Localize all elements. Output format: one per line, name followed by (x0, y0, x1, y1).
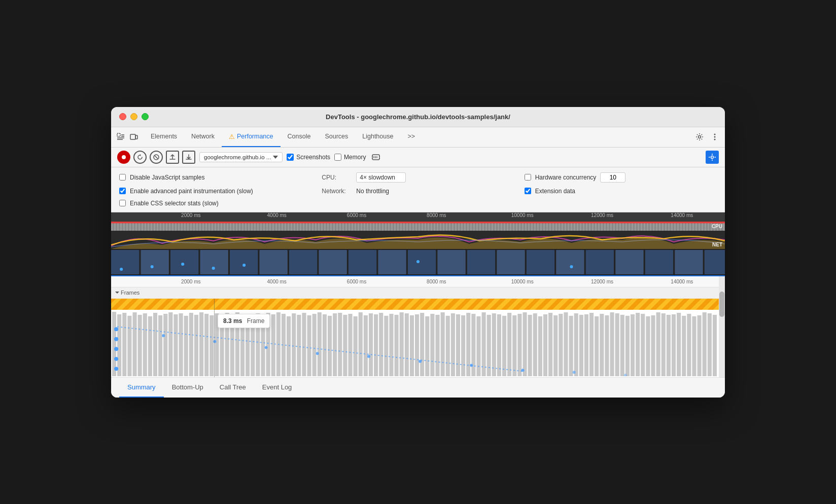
tab-summary[interactable]: Summary (119, 378, 164, 398)
svg-rect-35 (467, 250, 495, 274)
svg-rect-26 (200, 250, 228, 274)
frames-header: Frames (111, 287, 725, 299)
more-options-icon[interactable] (709, 131, 721, 143)
svg-rect-32 (378, 250, 406, 274)
svg-point-8 (714, 134, 716, 135)
tab-sources[interactable]: Sources (318, 127, 355, 147)
settings-gear-icon[interactable] (693, 131, 706, 143)
svg-rect-168 (713, 314, 717, 376)
paint-checkbox[interactable] (119, 188, 126, 194)
paint-label: Enable advanced paint instrumentation (s… (130, 188, 253, 195)
svg-point-48 (242, 264, 246, 267)
tab-call-tree[interactable]: Call Tree (212, 378, 254, 398)
traffic-lights (119, 113, 149, 120)
svg-rect-103 (379, 312, 383, 376)
upload-button[interactable] (166, 151, 179, 164)
toolbar-right (706, 151, 719, 164)
svg-rect-23 (111, 250, 139, 274)
settings-panel: Disable JavaScript samples CPU: 4× slowd… (111, 167, 725, 212)
svg-point-182 (521, 369, 524, 372)
url-filter[interactable]: googlechrome.github.io ... (199, 152, 283, 162)
memory-checkbox[interactable] (334, 154, 341, 161)
svg-rect-133 (533, 313, 537, 376)
record-button[interactable] (117, 151, 130, 164)
svg-rect-34 (437, 250, 465, 274)
tab-bar: Elements Network ⚠ Performance Console S… (111, 127, 725, 148)
memory-icon[interactable] (370, 151, 382, 163)
svg-rect-165 (698, 315, 702, 376)
minimize-button[interactable] (130, 113, 137, 120)
svg-rect-101 (369, 313, 373, 376)
hardware-input[interactable] (600, 172, 625, 183)
timeline-scrollbar[interactable] (719, 276, 725, 377)
svg-rect-57 (143, 313, 147, 376)
tab-event-log[interactable]: Event Log (254, 378, 300, 398)
svg-rect-156 (651, 315, 655, 376)
disable-js-checkbox[interactable] (119, 174, 126, 181)
tab-elements[interactable]: Elements (144, 127, 184, 147)
extension-checkbox[interactable] (525, 188, 531, 194)
svg-point-46 (181, 263, 184, 266)
cpu-overview-track[interactable]: CPU (111, 222, 725, 231)
main-ruler-10000: 10000 ms (511, 279, 534, 284)
svg-rect-150 (620, 314, 624, 376)
tab-console[interactable]: Console (281, 127, 318, 147)
capture-settings-icon[interactable] (706, 151, 719, 164)
cpu-track-label: CPU (712, 223, 722, 229)
svg-point-180 (419, 359, 422, 363)
svg-rect-121 (471, 313, 475, 376)
tab-performance[interactable]: ⚠ Performance (222, 127, 281, 147)
svg-rect-149 (615, 313, 619, 376)
svg-rect-33 (408, 250, 436, 274)
svg-point-9 (714, 136, 716, 138)
svg-rect-125 (492, 313, 496, 376)
svg-rect-28 (259, 250, 287, 274)
tab-bottom-up[interactable]: Bottom-Up (164, 378, 212, 398)
svg-rect-153 (636, 312, 640, 376)
reload-record-button[interactable] (133, 151, 147, 164)
svg-rect-58 (148, 316, 152, 376)
scrollbar-thumb[interactable] (719, 292, 724, 317)
tab-network[interactable]: Network (184, 127, 222, 147)
main-ruler-4000: 4000 ms (267, 279, 287, 284)
screenshots-svg (111, 249, 725, 275)
cpu-dropdown[interactable]: 4× slowdown (356, 172, 406, 183)
svg-point-183 (573, 371, 576, 374)
svg-point-11 (122, 155, 126, 159)
device-toolbar-icon[interactable] (128, 131, 140, 142)
svg-rect-68 (199, 312, 203, 376)
svg-point-45 (151, 265, 154, 268)
svg-rect-163 (687, 313, 691, 376)
maximize-button[interactable] (142, 113, 149, 120)
svg-rect-113 (430, 313, 434, 376)
svg-rect-129 (512, 315, 516, 376)
svg-rect-5 (130, 134, 135, 139)
hardware-checkbox[interactable] (525, 174, 531, 181)
gray-frame-bars (111, 311, 719, 377)
css-checkbox[interactable] (119, 200, 126, 206)
svg-rect-42 (675, 250, 703, 274)
memory-label: Memory (344, 154, 366, 161)
warning-icon: ⚠ (229, 133, 235, 140)
svg-rect-53 (122, 312, 126, 376)
screenshots-checkbox[interactable] (287, 154, 294, 161)
inspect-icon[interactable] (115, 131, 126, 142)
svg-point-175 (162, 334, 165, 337)
tab-more[interactable]: >> (400, 127, 422, 147)
download-button[interactable] (182, 151, 195, 164)
svg-rect-41 (645, 250, 673, 274)
svg-point-177 (265, 346, 268, 349)
svg-point-178 (316, 352, 319, 355)
close-button[interactable] (119, 113, 126, 120)
network-row: Network: No throttling (322, 188, 514, 195)
ruler-mark-14000: 14000 ms (671, 212, 693, 218)
svg-rect-102 (374, 314, 378, 376)
svg-line-13 (155, 156, 158, 159)
svg-rect-90 (312, 313, 317, 376)
svg-rect-167 (708, 313, 712, 376)
svg-rect-162 (682, 315, 686, 376)
tab-lighthouse[interactable]: Lighthouse (355, 127, 400, 147)
clear-button[interactable] (150, 151, 163, 164)
net-overview-track[interactable]: NET (111, 231, 725, 249)
frames-content[interactable]: 8.3 ms Frame (111, 299, 725, 377)
